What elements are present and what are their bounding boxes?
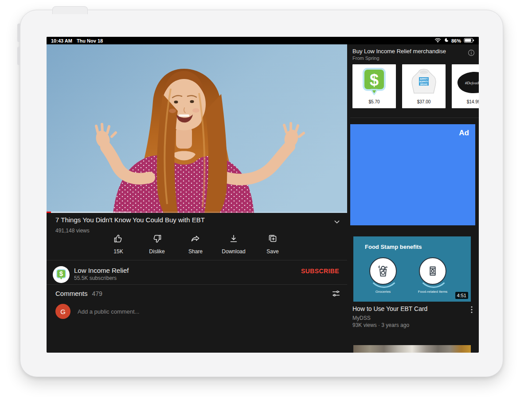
- tablet-side-button: [17, 47, 20, 65]
- moon-icon: [444, 38, 449, 43]
- dislike-button[interactable]: Dislike: [140, 233, 174, 255]
- product-price: $14.99: [452, 99, 479, 104]
- tablet-side-button: [17, 24, 20, 42]
- comments-sort-icon[interactable]: [331, 289, 341, 299]
- product-image: BIPPITY BOPPITY BROKE: [402, 66, 446, 97]
- save-label: Save: [266, 248, 278, 255]
- channel-subscribers: 55.5K subscribers: [74, 275, 117, 281]
- food-can-icon: [419, 257, 446, 285]
- product-price: $5.70: [352, 99, 396, 104]
- thumbnail-title: Food Stamp benefits: [365, 244, 422, 250]
- comments-title: Comments: [55, 290, 88, 297]
- circle-label: Groceries: [363, 290, 403, 294]
- download-icon: [228, 233, 239, 246]
- product-image: $: [352, 66, 396, 97]
- tablet-camera-bump: [52, 6, 88, 14]
- status-bar: 10:43 AM Thu Nov 18 86%: [47, 37, 479, 44]
- wifi-icon: [434, 38, 441, 43]
- merch-product-fanny-pack[interactable]: #DefeatPov $14.99: [452, 64, 479, 108]
- view-count: 491,148 views: [55, 228, 90, 234]
- download-label: Download: [222, 248, 245, 255]
- merch-shelf-title: Buy Low Income Relief merchandise: [352, 48, 446, 55]
- comment-input[interactable]: Add a public comment...: [78, 308, 139, 315]
- comments-header: Comments479: [55, 290, 102, 297]
- video-title: 7 Things You Didn't Know You Could Buy w…: [55, 216, 321, 224]
- suggested-video-channel: MyDSS: [352, 315, 371, 321]
- tablet-frame: 10:43 AM Thu Nov 18 86%: [20, 10, 503, 377]
- product-image: #DefeatPov: [452, 66, 479, 97]
- screen: 10:43 AM Thu Nov 18 86%: [47, 37, 479, 353]
- dislike-label: Dislike: [149, 248, 164, 255]
- battery-icon: [464, 38, 474, 44]
- save-button[interactable]: Save: [256, 233, 289, 255]
- ad-banner[interactable]: Ad: [350, 124, 475, 225]
- channel-avatar[interactable]: $: [53, 266, 70, 283]
- duration-badge: 4:51: [455, 292, 468, 299]
- subscribe-button[interactable]: SUBSCRIBE: [301, 267, 339, 275]
- user-avatar[interactable]: G: [55, 304, 70, 319]
- product-price: $37.00: [402, 99, 446, 104]
- ad-label: Ad: [459, 129, 469, 138]
- hoodie-print-line: BOPPITY: [419, 81, 428, 83]
- divider: [47, 284, 347, 285]
- merch-shelf-source: From Spring: [352, 55, 379, 61]
- fanny-pack-print: #DefeatPov: [465, 81, 479, 85]
- divider: [47, 260, 347, 260]
- kebab-menu-icon[interactable]: [469, 306, 476, 314]
- merch-product-dollar-sticker[interactable]: $ $5.70: [352, 64, 396, 108]
- video-progress-buffer: [47, 212, 131, 213]
- comments-count: 479: [92, 290, 102, 297]
- divider: [350, 118, 479, 118]
- hoodie-print-line: BROKE: [420, 83, 428, 86]
- video-progress-played: [47, 212, 51, 213]
- circle-label: Food-related items: [413, 290, 453, 294]
- thumb-down-icon: [152, 233, 162, 246]
- share-label: Share: [188, 248, 203, 255]
- suggested-video-meta: 93K views · 3 years ago: [352, 322, 409, 328]
- status-date: Thu Nov 18: [77, 38, 103, 43]
- groceries-icon: [369, 257, 397, 285]
- info-icon[interactable]: [468, 49, 475, 56]
- thumb-up-icon: [113, 233, 124, 246]
- channel-name[interactable]: Low Income Relief: [74, 267, 129, 274]
- like-count: 15K: [113, 248, 123, 255]
- suggested-video-thumbnail[interactable]: Food Stamp benefits Groceries Food-relat…: [353, 236, 471, 302]
- chevron-down-icon[interactable]: [332, 217, 342, 227]
- download-button[interactable]: Download: [217, 233, 250, 255]
- svg-text:$: $: [370, 71, 379, 89]
- page: 10:43 AM Thu Nov 18 86%: [0, 0, 532, 401]
- share-icon: [190, 233, 201, 246]
- like-button[interactable]: 15K: [102, 233, 135, 255]
- status-time: 10:43 AM: [51, 38, 72, 43]
- share-button[interactable]: Share: [179, 233, 212, 255]
- battery-percent: 86%: [451, 38, 461, 43]
- hoodie-print-line: BIPPITY: [420, 78, 428, 80]
- video-frame-person: [47, 44, 347, 213]
- video-player[interactable]: [47, 44, 347, 213]
- suggested-video-title[interactable]: How to Use Your EBT Card: [352, 305, 463, 312]
- svg-text:$: $: [59, 270, 63, 277]
- merch-product-hoodie[interactable]: BIPPITY BOPPITY BROKE $37.00: [402, 64, 446, 108]
- avatar-initial: G: [60, 308, 66, 315]
- save-playlist-icon: [267, 233, 278, 246]
- next-thumbnail-partial[interactable]: [353, 345, 471, 353]
